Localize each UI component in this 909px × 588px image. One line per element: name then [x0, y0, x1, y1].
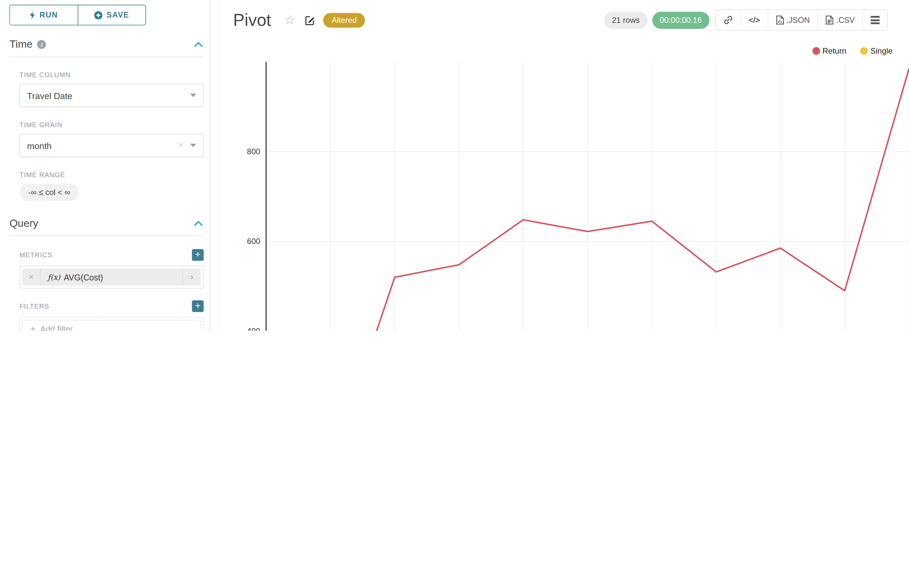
- clear-icon[interactable]: ×: [178, 140, 184, 152]
- bolt-icon: [29, 11, 36, 19]
- legend-label: Return: [822, 47, 846, 56]
- add-filter-button[interactable]: +: [192, 300, 204, 312]
- legend-dot-icon: [812, 47, 820, 55]
- chart-menu-button[interactable]: [862, 10, 887, 30]
- export-csv-label: .CSV: [836, 16, 855, 24]
- export-csv-button[interactable]: .CSV: [817, 10, 862, 30]
- chart-title: Pivot: [233, 10, 271, 30]
- link-icon: [723, 15, 733, 24]
- add-filter-placeholder: Add filter: [40, 324, 73, 331]
- add-metric-button[interactable]: +: [192, 249, 204, 261]
- filters-box: + Add filter: [19, 317, 204, 331]
- legend-item-return[interactable]: Return: [812, 47, 846, 56]
- view-query-button[interactable]: </>: [741, 10, 767, 30]
- legend-label: Single: [870, 47, 893, 56]
- superset-explore-view: RUN SAVE Time i TIME COLUMN Travel Date: [0, 0, 909, 331]
- remove-metric-icon[interactable]: ×: [23, 268, 41, 286]
- edit-properties-icon[interactable]: [305, 15, 315, 25]
- time-grain-label: TIME GRAIN: [19, 121, 204, 128]
- caret-down-icon: [190, 144, 196, 147]
- metrics-control: METRICS + × ƒ(x) AVG(Cost) ›: [19, 249, 204, 288]
- info-icon[interactable]: i: [37, 40, 46, 49]
- save-button[interactable]: SAVE: [77, 5, 145, 25]
- chart-header: Pivot ☆ Altered 21 rows 00:00:00.16 </>: [233, 8, 888, 32]
- time-column-label: TIME COLUMN: [19, 71, 204, 78]
- export-json-button[interactable]: .JSON: [768, 10, 818, 30]
- add-filter-dropzone[interactable]: + Add filter: [23, 320, 201, 331]
- time-grain-value: month: [27, 141, 52, 150]
- time-grain-control: TIME GRAIN month ×: [19, 121, 204, 157]
- y-axis-tick-label: 600: [247, 237, 260, 246]
- time-column-control: TIME COLUMN Travel Date: [19, 71, 204, 107]
- time-column-select[interactable]: Travel Date: [19, 84, 204, 107]
- query-timer-badge: 00:00:00.16: [652, 11, 709, 29]
- csv-file-icon: [825, 15, 834, 24]
- time-range-value[interactable]: -∞ ≤ col < ∞: [19, 184, 79, 201]
- row-count-badge: 21 rows: [604, 11, 647, 29]
- time-section-header: Time i: [9, 39, 203, 57]
- run-button[interactable]: RUN: [10, 5, 77, 25]
- metric-name: AVG(Cost): [64, 273, 103, 282]
- altered-badge[interactable]: Altered: [323, 13, 365, 27]
- time-section-title: Time: [9, 39, 32, 51]
- export-json-label: .JSON: [786, 16, 810, 24]
- metrics-label: METRICS: [19, 251, 53, 258]
- y-axis-tick-label: 800: [247, 147, 260, 156]
- chart-legend: ReturnSingle: [812, 47, 893, 56]
- chart-area: Pivot ☆ Altered 21 rows 00:00:00.16 </>: [211, 0, 909, 331]
- y-axis-tick-label: 400: [247, 326, 260, 331]
- query-section-header: Query: [9, 217, 203, 236]
- time-grain-select[interactable]: month ×: [19, 134, 204, 157]
- favorite-star-icon[interactable]: ☆: [284, 12, 295, 27]
- legend-item-single[interactable]: Single: [861, 47, 893, 56]
- json-file-icon: [776, 15, 784, 24]
- filters-label: FILTERS: [19, 303, 49, 310]
- metric-pill[interactable]: × ƒ(x) AVG(Cost) ›: [23, 268, 201, 286]
- plus-circle-icon: [94, 11, 103, 19]
- hamburger-menu-icon: [870, 15, 880, 26]
- export-toolbar: </> .JSON .CSV: [715, 9, 888, 31]
- metrics-box: × ƒ(x) AVG(Cost) ›: [19, 265, 204, 288]
- control-panel: RUN SAVE Time i TIME COLUMN Travel Date: [0, 0, 210, 331]
- save-button-label: SAVE: [107, 11, 129, 19]
- main-line-chart[interactable]: 200400600800FebruaryMarchAprilMayJuneJul…: [211, 59, 909, 331]
- time-range-control: TIME RANGE -∞ ≤ col < ∞: [19, 171, 204, 201]
- caret-down-icon: [190, 94, 196, 97]
- run-save-button-group: RUN SAVE: [9, 5, 146, 25]
- code-icon: </>: [749, 16, 760, 24]
- fx-icon: ƒ(x): [48, 273, 60, 281]
- chevron-up-icon[interactable]: [194, 42, 203, 47]
- chevron-right-icon: ›: [182, 268, 200, 286]
- time-range-label: TIME RANGE: [19, 171, 204, 178]
- chevron-up-icon[interactable]: [194, 221, 203, 226]
- share-link-button[interactable]: [716, 10, 741, 30]
- run-button-label: RUN: [39, 11, 58, 19]
- legend-dot-icon: [861, 47, 868, 55]
- query-section-title: Query: [9, 217, 38, 229]
- time-column-value: Travel Date: [27, 90, 73, 100]
- plus-icon: +: [30, 323, 36, 331]
- filters-control: FILTERS + + Add filter: [19, 300, 204, 331]
